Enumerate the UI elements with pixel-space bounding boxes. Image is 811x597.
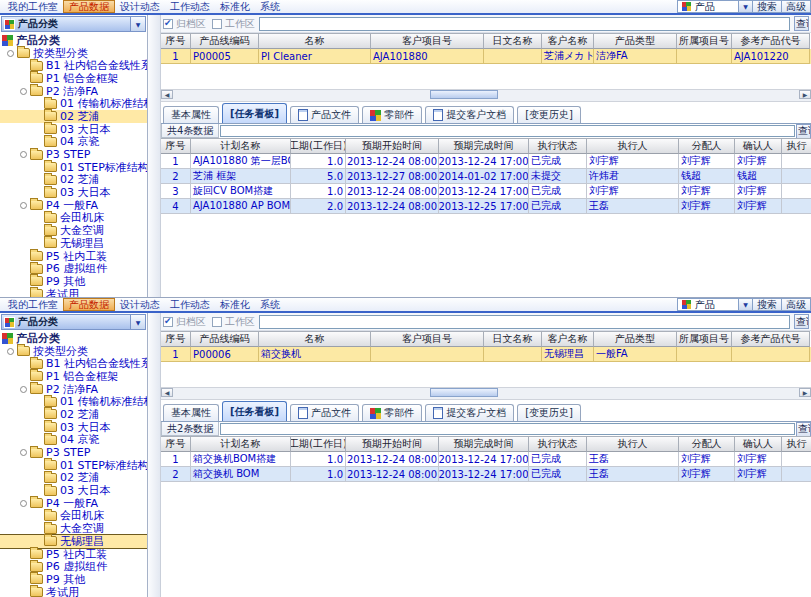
column-header[interactable]: 名称 [259,33,371,49]
scrollbar-track[interactable] [173,90,799,101]
advanced-search-button[interactable]: 高级 [782,0,811,13]
query-button[interactable]: 查询 [796,422,811,437]
column-header[interactable]: 客户名称 [542,331,594,347]
column-header[interactable]: 预期开始时间 [346,138,439,154]
task-row[interactable]: 1AJA101880 第一层BOM1.02013-12-24 08:002013… [161,154,811,169]
scrollbar-thumb[interactable] [430,388,498,397]
column-header[interactable]: 分配人 [679,436,735,452]
column-header[interactable]: 所属项目号 [677,331,732,347]
scroll-left-icon[interactable]: ◀ [161,90,173,99]
column-header[interactable]: 产品类型 [594,33,677,49]
task-row[interactable]: 4AJA101880 AP BOM导入2.02013-12-24 08:0020… [161,199,811,214]
tree-item[interactable]: 考试用 [0,586,147,597]
column-header[interactable]: 产品线编码 [191,33,259,49]
scroll-right-icon[interactable]: ▶ [799,388,811,397]
tree-toggle[interactable] [20,202,27,209]
menu-item[interactable]: 系统 [255,298,285,311]
checkbox-icon[interactable] [163,19,173,29]
tree-toggle[interactable] [20,151,27,158]
category-combo[interactable]: 产品分类 ▼ [1,314,146,330]
task-row[interactable]: 2芝浦 框架5.02013-12-27 08:002014-01-02 17:0… [161,169,811,184]
tree-toggle[interactable] [20,500,27,507]
column-header[interactable]: 日文名称 [484,33,542,49]
column-header[interactable]: 执行人 [587,138,679,154]
tree-toggle[interactable] [20,449,27,456]
menu-item[interactable]: 产品数据 [63,298,115,311]
column-header[interactable]: 所属项目号 [677,33,732,49]
query-button[interactable]: 查询 [794,16,809,31]
tab[interactable]: 零部件 [362,404,422,421]
chevron-down-icon[interactable]: ▼ [739,298,753,311]
task-row[interactable]: 3旋回CV BOM搭建1.02013-12-24 08:002013-12-24… [161,184,811,199]
scroll-right-icon[interactable]: ▶ [799,90,811,99]
column-header[interactable]: 执行状态 [529,436,587,452]
column-header[interactable]: 确认人 [735,138,782,154]
filter-input[interactable] [259,315,790,329]
chevron-down-icon[interactable]: ▼ [739,0,753,13]
filter-input[interactable] [259,17,790,31]
column-header[interactable]: 计划名称 [191,436,291,452]
column-header[interactable]: 确认人 [735,436,782,452]
column-header[interactable]: 名称 [259,331,371,347]
advanced-search-button[interactable]: 高级 [782,298,811,311]
column-header[interactable]: 预期完成时间 [439,436,529,452]
column-header[interactable]: 日文名称 [484,331,542,347]
tab[interactable]: [任务看板] [222,401,287,421]
scrollbar-track[interactable] [173,388,799,399]
menu-item[interactable]: 我的工作室 [3,0,63,13]
product-row[interactable]: 1P00005PI CleanerAJA101880芝浦メカトロニクス洁净FAA… [161,49,811,64]
scroll-left-icon[interactable]: ◀ [161,388,173,397]
horizontal-scrollbar[interactable]: ◀ ▶ [161,89,811,102]
tree-item[interactable]: 04 京瓷 [0,434,147,447]
column-header[interactable]: 序号 [161,436,191,452]
menu-item[interactable]: 标准化 [215,298,255,311]
menu-item[interactable]: 工作动态 [165,298,215,311]
splitter[interactable] [148,313,161,597]
column-header[interactable]: 预期开始时间 [346,436,439,452]
tab[interactable]: 产品文件 [290,404,359,421]
tree-toggle[interactable] [7,50,14,57]
checkbox-icon[interactable] [163,317,173,327]
tab[interactable]: [变更历史] [517,404,581,421]
tree-toggle[interactable] [20,88,27,95]
column-header[interactable]: 工期(工作日) [291,436,346,452]
task-row[interactable]: 2箱交换机 BOM1.02013-12-24 08:002013-12-24 1… [161,467,811,482]
column-header[interactable]: 客户项目号 [371,33,484,49]
column-header[interactable]: 参考产品代号 [732,33,810,49]
tab[interactable]: 基本属性 [163,404,219,421]
scrollbar-thumb[interactable] [430,90,498,99]
column-header[interactable]: 执行 [782,138,811,154]
tab[interactable]: 零部件 [362,106,422,123]
column-header[interactable]: 产品线编码 [191,331,259,347]
menu-item[interactable]: 产品数据 [63,0,115,13]
task-row[interactable]: 1箱交换机BOM搭建1.02013-12-24 08:002013-12-24 … [161,452,811,467]
tree-item[interactable]: 考试用 [0,288,147,297]
splitter[interactable] [148,15,161,297]
menu-item[interactable]: 标准化 [215,0,255,13]
menu-item[interactable]: 设计动态 [115,298,165,311]
tab[interactable]: [变更历史] [517,106,581,123]
column-header[interactable]: 产品类型 [594,331,677,347]
column-header[interactable]: 计划名称 [191,138,291,154]
menu-item[interactable]: 我的工作室 [3,298,63,311]
chevron-down-icon[interactable]: ▼ [130,315,145,329]
tab[interactable]: 基本属性 [163,106,219,123]
menu-item[interactable]: 系统 [255,0,285,13]
column-header[interactable]: 客户项目号 [371,331,484,347]
task-filter-input[interactable] [220,423,795,435]
column-header[interactable]: 工期(工作日) [291,138,346,154]
column-header[interactable]: 序号 [161,138,191,154]
column-header[interactable]: 序号 [161,33,191,49]
checkbox-icon[interactable] [212,19,222,29]
product-row[interactable]: 1P00006箱交换机无锡理昌一般FA [161,347,811,362]
filter-checkbox[interactable]: 归档区 [163,17,206,31]
horizontal-scrollbar[interactable]: ◀ ▶ [161,387,811,400]
query-button[interactable]: 查询 [794,314,809,329]
category-combo[interactable]: 产品分类 ▼ [1,16,146,32]
column-header[interactable]: 客户名称 [542,33,594,49]
filter-checkbox[interactable]: 工作区 [212,17,255,31]
filter-checkbox[interactable]: 工作区 [212,315,255,329]
tree-item[interactable]: 04 京瓷 [0,136,147,149]
column-header[interactable]: 执行人 [587,436,679,452]
query-button[interactable]: 查询 [796,124,811,139]
